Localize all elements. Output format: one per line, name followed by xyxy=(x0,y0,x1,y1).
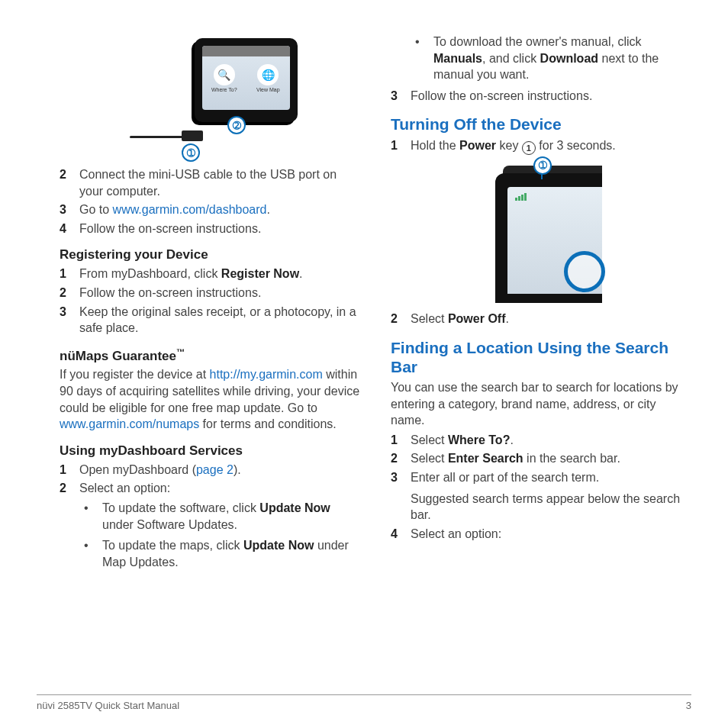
using-heading: Using myDashboard Services xyxy=(60,443,360,459)
step-text: Select an option: • To update the softwa… xyxy=(79,480,360,575)
step-number: 1 xyxy=(391,432,411,449)
bullet-text: To download the owner's manual, click Ma… xyxy=(433,34,691,83)
bullet-text: To update the maps, click Update Now und… xyxy=(102,537,360,570)
bullet-text: To update the software, click Update Now… xyxy=(102,500,360,533)
device-icon-label: Where To? xyxy=(211,87,238,92)
step-text: Select Enter Search in the search bar. xyxy=(411,450,691,467)
bullet: • xyxy=(79,537,102,570)
register-steps: 1 From myDashboard, click Register Now. … xyxy=(60,266,360,336)
step-number: 3 xyxy=(60,201,79,218)
dashboard-link[interactable]: www.garmin.com/dashboard xyxy=(113,203,267,216)
device-icon-label: View Map xyxy=(254,87,282,92)
step-number: 2 xyxy=(60,480,79,575)
numaps-paragraph: If you register the device at http://my.… xyxy=(60,366,360,432)
step-number: 1 xyxy=(391,137,411,155)
callout-2: ➁ xyxy=(227,116,246,134)
bullet: • xyxy=(411,34,433,83)
mygarmin-link[interactable]: http://my.garmin.com xyxy=(210,368,323,381)
callout-1: ➀ xyxy=(182,143,200,162)
power-illustration: ➀ xyxy=(480,159,602,304)
device-illustration: 🔍Where To? 🌐View Map ➀ ➁ xyxy=(122,31,298,160)
step-text: Connect the mini-USB cable to the USB po… xyxy=(79,166,360,199)
step-number: 2 xyxy=(60,285,79,301)
right-column: • To download the owner's manual, click … xyxy=(391,31,691,578)
callout-1: ➀ xyxy=(533,156,552,175)
left-column: 🔍Where To? 🌐View Map ➀ ➁ 2 Connect the m… xyxy=(60,31,360,578)
step-text: Select an option: xyxy=(411,526,691,543)
step-number: 2 xyxy=(391,311,411,327)
numaps-heading: nüMaps Guarantee™ xyxy=(60,347,360,364)
download-bullet: • To download the owner's manual, click … xyxy=(411,34,691,83)
finding-steps: 1 Select Where To?. 2 Select Enter Searc… xyxy=(391,432,691,543)
footer-title: nüvi 2585TV Quick Start Manual xyxy=(37,700,179,711)
step-number: 4 xyxy=(391,526,411,543)
step-text: Follow the on-screen instructions. xyxy=(79,285,360,301)
step-text: Select Power Off. xyxy=(411,311,691,327)
step-text: Select Where To?. xyxy=(411,432,691,449)
dl-steps: 3 Follow the on-screen instructions. xyxy=(391,88,691,105)
page-content: 🔍Where To? 🌐View Map ➀ ➁ 2 Connect the m… xyxy=(0,0,728,585)
step-text: Open myDashboard (page 2). xyxy=(79,462,360,478)
step-number: 3 xyxy=(391,469,411,523)
turnoff-steps: 1 Hold the Power key 1 for 3 seconds. xyxy=(391,137,691,155)
step-number: 3 xyxy=(391,88,411,105)
step-text: Follow the on-screen instructions. xyxy=(79,221,360,237)
numaps-link[interactable]: www.garmin.com/numaps xyxy=(60,417,199,430)
using-steps: 1 Open myDashboard (page 2). 2 Select an… xyxy=(60,462,360,575)
registering-heading: Registering your Device xyxy=(60,247,360,263)
step-number: 2 xyxy=(60,166,79,199)
page-number: 3 xyxy=(686,700,691,711)
turnoff-steps-2: 2 Select Power Off. xyxy=(391,311,691,327)
page-footer: nüvi 2585TV Quick Start Manual 3 xyxy=(37,694,691,711)
step-number: 1 xyxy=(60,266,79,282)
finding-heading: Finding a Location Using the Search Bar xyxy=(391,338,691,376)
steps-list: 2 Connect the mini-USB cable to the USB … xyxy=(60,166,360,237)
bullet: • xyxy=(79,500,102,533)
step-number: 1 xyxy=(60,462,79,478)
step-number: 4 xyxy=(60,221,79,237)
step-number: 3 xyxy=(60,304,79,337)
step-text: Hold the Power key 1 for 3 seconds. xyxy=(411,137,691,155)
step-text: Follow the on-screen instructions. xyxy=(411,88,691,105)
page-link[interactable]: page 2 xyxy=(196,463,234,476)
step-text: Keep the original sales receipt, or a ph… xyxy=(79,304,360,337)
step-text: From myDashboard, click Register Now. xyxy=(79,266,360,282)
step-text: Enter all or part of the search term. Su… xyxy=(411,469,691,523)
finding-paragraph: You can use the search bar to search for… xyxy=(391,379,691,429)
step-number: 2 xyxy=(391,450,411,467)
callout-inline-1: 1 xyxy=(522,141,536,155)
turnoff-heading: Turning Off the Device xyxy=(391,114,691,134)
step-text: Go to www.garmin.com/dashboard. xyxy=(79,201,360,218)
